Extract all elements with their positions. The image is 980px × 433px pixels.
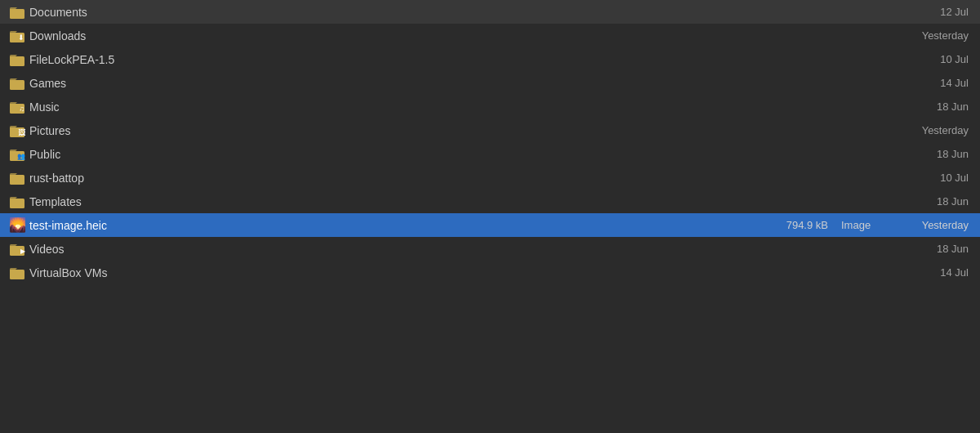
folder-icon: [8, 53, 26, 66]
file-name: Public: [26, 148, 825, 161]
svg-rect-9: [10, 104, 16, 108]
folder-icon: [10, 172, 24, 185]
file-date: 10 Jul: [898, 172, 972, 184]
svg-rect-7: [10, 80, 16, 84]
music-folder-icon: ♫: [10, 100, 24, 114]
pictures-folder-icon: 🖼: [10, 124, 24, 137]
file-row[interactable]: 🌄test-image.heic794.9 kBImageYesterday: [0, 213, 980, 237]
video-folder-icon: ▶: [8, 243, 26, 256]
file-name: VirtualBox VMs: [26, 266, 825, 279]
file-date: Yesterday: [898, 29, 972, 42]
file-row[interactable]: ♫ Music18 Jun: [0, 95, 980, 118]
file-row[interactable]: Games14 Jul: [0, 71, 980, 95]
file-row[interactable]: 👥 Public18 Jun: [0, 142, 980, 166]
file-date: 14 Jul: [898, 266, 972, 279]
public-folder-icon: 👥: [8, 148, 26, 161]
file-name: Games: [26, 77, 825, 90]
folder-icon: [10, 266, 24, 279]
file-name: Documents: [26, 6, 825, 19]
file-date: 18 Jun: [898, 148, 972, 160]
folder-icon: [8, 6, 26, 19]
folder-icon: [10, 6, 24, 19]
file-date: 14 Jul: [898, 77, 972, 89]
file-name: Music: [26, 100, 825, 114]
file-row[interactable]: Templates18 Jun: [0, 190, 980, 213]
svg-rect-19: [10, 246, 16, 250]
file-size: 794.9 kB: [768, 219, 841, 231]
file-type: Image: [841, 219, 898, 231]
template-folder-icon: [8, 195, 26, 208]
image-file-icon: 🌄: [8, 216, 26, 234]
file-name: test-image.heic: [26, 219, 768, 232]
video-folder-icon: ▶: [10, 243, 24, 256]
file-list: Documents12 Jul ⬇ DownloadsYesterday Fil…: [0, 0, 980, 433]
file-name: Pictures: [26, 124, 825, 137]
file-row[interactable]: 🖼 PicturesYesterday: [0, 118, 980, 142]
svg-rect-3: [10, 33, 16, 37]
download-folder-icon: ⬇: [8, 29, 26, 42]
download-folder-icon: ⬇: [10, 29, 24, 42]
folder-icon: [8, 77, 26, 90]
music-folder-icon: ♫: [8, 100, 26, 114]
file-date: 18 Jun: [898, 195, 972, 208]
file-date: 18 Jun: [898, 243, 972, 255]
file-name: Downloads: [26, 29, 825, 42]
file-date: Yesterday: [898, 124, 972, 136]
svg-rect-17: [10, 199, 16, 203]
public-folder-icon: 👥: [10, 148, 24, 161]
folder-icon: [10, 195, 24, 208]
file-name: FileLockPEA-1.5: [26, 53, 825, 66]
file-date: 12 Jul: [898, 6, 972, 18]
svg-rect-15: [10, 175, 16, 179]
file-row[interactable]: ⬇ DownloadsYesterday: [0, 24, 980, 47]
file-row[interactable]: FileLockPEA-1.510 Jul: [0, 47, 980, 71]
svg-rect-21: [10, 270, 16, 274]
pictures-folder-icon: 🖼: [8, 124, 26, 137]
folder-icon: [8, 266, 26, 279]
svg-rect-13: [10, 151, 16, 155]
folder-icon: [10, 77, 24, 90]
svg-rect-11: [10, 127, 16, 132]
folder-icon: [10, 53, 24, 66]
file-row[interactable]: rust-battop10 Jul: [0, 166, 980, 190]
svg-rect-1: [10, 9, 16, 13]
svg-rect-5: [10, 56, 16, 60]
file-row[interactable]: ▶ Videos18 Jun: [0, 237, 980, 261]
file-date: 10 Jul: [898, 53, 972, 65]
file-date: 18 Jun: [898, 100, 972, 113]
file-name: Videos: [26, 243, 825, 256]
file-date: Yesterday: [898, 219, 972, 231]
folder-icon: [8, 172, 26, 185]
file-name: Templates: [26, 195, 825, 208]
file-row[interactable]: VirtualBox VMs14 Jul: [0, 261, 980, 284]
image-file-icon: 🌄: [9, 216, 26, 234]
file-row[interactable]: Documents12 Jul: [0, 0, 980, 24]
file-name: rust-battop: [26, 172, 825, 185]
